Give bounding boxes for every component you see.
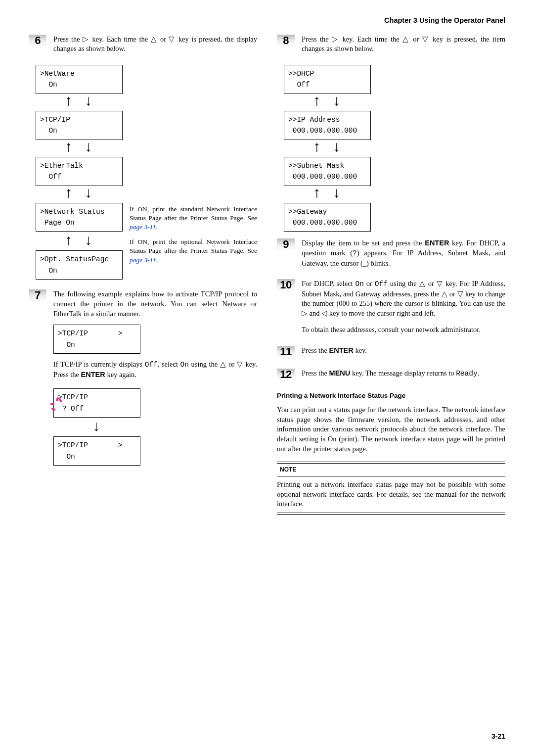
page-link[interactable]: page 3-11 [130,223,156,231]
step-12: 12 Press the MENU key. The message displ… [277,369,505,383]
step-number: 8 [277,35,295,47]
step-6-text: Press the ▷ key. Each time the △ or ▽ ke… [53,35,257,54]
step-10-text-2: To obtain these addresses, consult your … [302,325,505,335]
up-triangle-icon: △ [442,290,447,298]
up-triangle-icon: △ [151,35,158,43]
step-10-text-1: For DHCP, select On or Off using the △ o… [302,279,505,318]
lcd-tcpip: >TCP/IP On [36,111,123,140]
lcd-gateway: >>Gateway 000.000.000.000 [284,203,371,232]
down-triangle-icon: ▽ [422,35,430,43]
down-triangle-icon: ▽ [457,290,463,298]
down-triangle-icon: ▽ [169,35,176,43]
down-triangle-icon: ▽ [437,280,443,287]
left-triangle-icon: ◁ [321,309,327,317]
lcd-dhcp: >>DHCP Off [284,65,371,94]
step-number: 9 [277,238,295,251]
step-11: 11 Press the ENTER key. [277,346,505,360]
up-triangle-icon: △ [402,35,410,43]
updown-arrow-icon: ↑ ↓ [36,94,123,109]
step-9-text: Display the item to be set and press the… [302,238,505,268]
step-6-lcd-sequence: >NetWare On ↑ ↓ >TCP/IP On ↑ ↓ >EtherTal… [36,65,257,280]
step-number: 7 [29,289,46,302]
lcd-tcpip-off-blink: >TCP/IP ? Off [53,388,140,418]
step-6: 6 Press the ▷ key. Each time the △ or ▽ … [29,35,257,58]
chapter-title: Chapter 3 Using the Operator Panel [29,16,505,26]
step-7: 7 The following example explains how to … [29,289,257,466]
lcd-netware: >NetWare On [36,65,123,94]
lcd-subnet-mask: >>Subnet Mask 000.000.000.000 [284,157,371,186]
step-number: 6 [29,35,46,47]
lcd-ip-address: >>IP Address 000.000.000.000 [284,111,371,140]
lcd-network-status: >Network Status Page On [36,203,123,232]
lcd-tcpip-on-result: >TCP/IP > On [53,436,140,466]
step-12-text: Press the MENU key. The message display … [302,369,505,379]
right-triangle-icon: ▷ [302,309,308,317]
note-block: NOTE Printing out a network interface st… [277,462,505,515]
updown-arrow-icon: ↑ ↓ [36,186,123,201]
right-triangle-icon: ▷ [83,35,89,43]
step-8-lcd-sequence: >>DHCP Off ↑ ↓ >>IP Address 000.000.000.… [284,65,505,232]
step-number: 10 [277,279,295,292]
section-body: You can print out a status page for the … [277,405,505,454]
step-8-text: Press the ▷ key. Each time the △ or ▽ ke… [302,35,505,54]
page-link[interactable]: page 3-11 [130,256,156,264]
down-triangle-icon: ▽ [237,360,243,368]
annotation-opt-status: If ON, print the optional Network Interf… [130,236,257,265]
updown-arrow-icon: ↑ ↓ [284,94,371,109]
annotation-network-status: If ON, print the standard Network Interf… [130,203,257,232]
note-body: Printing out a network interface status … [277,477,505,512]
section-heading: Printing a Network Interface Status Page [277,391,505,400]
step-11-text: Press the ENTER key. [302,346,505,356]
updown-arrow-icon: ↑ ↓ [284,186,371,201]
right-triangle-icon: ▷ [332,35,339,43]
step-8: 8 Press the ▷ key. Each time the △ or ▽ … [277,35,505,58]
step-10: 10 For DHCP, select On or Off using the … [277,279,505,339]
lcd-opt-statuspage: >Opt. StatusPage On [36,250,123,280]
down-arrow-icon: ↓ [53,420,140,434]
step-9: 9 Display the item to be set and press t… [277,238,505,272]
lcd-tcpip-on-arrow: >TCP/IP > On [53,325,140,354]
updown-arrow-icon: ↑ ↓ [284,140,371,155]
updown-arrow-icon: ↑ ↓ [36,234,123,248]
updown-arrow-icon: ↑ ↓ [36,140,123,155]
left-column: 6 Press the ▷ key. Each time the △ or ▽ … [29,35,257,522]
step-7-text-2: If TCP/IP is currently displays Off, sel… [53,360,257,379]
page-number: 3-21 [491,732,505,741]
lcd-ethertalk: >EtherTalk Off [36,157,123,186]
step-number: 11 [277,346,295,359]
up-triangle-icon: △ [419,280,426,287]
up-triangle-icon: △ [220,360,226,368]
step-7-text-1: The following example explains how to ac… [53,289,257,319]
note-label: NOTE [277,464,299,475]
blink-cursor-icon [52,399,64,411]
step-number: 12 [277,369,295,381]
right-column: 8 Press the ▷ key. Each time the △ or ▽ … [277,35,505,522]
